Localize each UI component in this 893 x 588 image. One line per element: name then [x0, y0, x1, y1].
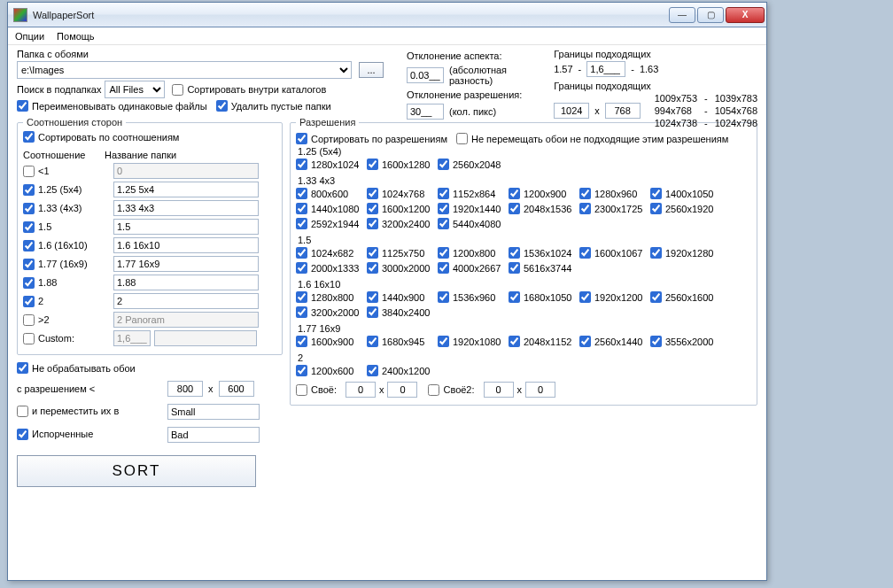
res-checkbox[interactable]: 1024x682 — [296, 247, 361, 259]
bounds-w-input[interactable] — [554, 103, 589, 119]
res-checkbox[interactable]: 2592x1944 — [296, 218, 361, 229]
sort-inside-checkbox[interactable]: Сортировать внутри каталогов — [172, 84, 326, 96]
res-checkbox[interactable]: 1200x800 — [438, 247, 503, 259]
ratio-checkbox-9[interactable]: Custom: — [23, 333, 105, 344]
res-checkbox[interactable]: 2560x2048 — [438, 159, 503, 170]
ratio-name-input-7[interactable] — [113, 293, 259, 309]
res-checkbox[interactable]: 1536x1024 — [509, 247, 574, 259]
small-h-input[interactable] — [219, 381, 254, 397]
res-checkbox[interactable]: 2400x1200 — [367, 365, 432, 376]
res-checkbox[interactable]: 3200x2000 — [296, 306, 361, 318]
ratio-checkbox-7[interactable]: 2 — [23, 296, 105, 307]
res-checkbox[interactable]: 1680x1050 — [509, 291, 574, 303]
ratio-name-input-1[interactable] — [113, 182, 259, 197]
ratio-checkbox-5[interactable]: 1.77 (16x9) — [23, 259, 105, 270]
res-checkbox[interactable]: 1920x1200 — [579, 291, 645, 303]
menu-help[interactable]: Помощь — [57, 31, 95, 42]
res-checkbox[interactable]: 1152x864 — [438, 188, 503, 199]
res-checkbox[interactable]: 1600x1067 — [579, 247, 645, 259]
ratio-name-input-5[interactable] — [113, 256, 259, 272]
res-checkbox[interactable]: 1280x960 — [579, 188, 645, 199]
ratios-fieldset: Соотношения сторон Сортировать по соотно… — [17, 117, 283, 355]
folder-combo[interactable]: e:\Images — [17, 61, 352, 79]
ratio-checkbox-4[interactable]: 1.6 (16x10) — [23, 240, 105, 251]
ratio-checkbox-0[interactable]: <1 — [23, 166, 105, 177]
noproc-checkbox[interactable]: Не обрабатывать обои — [17, 362, 136, 374]
ratio-name-input-8[interactable] — [113, 312, 259, 328]
res-checkbox[interactable]: 3556x2000 — [650, 336, 716, 347]
no-move-unfit-checkbox[interactable]: Не перемещать обои не подходящие этим ра… — [456, 133, 728, 144]
res-checkbox[interactable]: 1024x768 — [367, 188, 432, 199]
ratio-checkbox-2[interactable]: 1.33 (4x3) — [23, 203, 105, 214]
res-checkbox[interactable]: 4000x2667 — [438, 262, 503, 274]
res-checkbox[interactable]: 1280x800 — [296, 291, 361, 303]
ratio-name-input-2[interactable] — [113, 200, 259, 216]
res-checkbox[interactable]: 1600x1200 — [367, 203, 432, 214]
res-dev-input[interactable] — [407, 104, 444, 120]
res-checkbox[interactable]: 5440x4080 — [438, 218, 503, 229]
bounds-h-input[interactable] — [605, 103, 641, 119]
broken-dir-input[interactable] — [167, 427, 260, 443]
res-checkbox[interactable]: 1440x1080 — [296, 203, 361, 214]
res-checkbox[interactable]: 3200x2400 — [367, 218, 432, 229]
res-checkbox[interactable]: 1440x900 — [367, 291, 432, 303]
res-checkbox[interactable]: 1125x750 — [367, 247, 432, 259]
sort-button[interactable]: SORT — [17, 455, 256, 487]
bounds-b-input[interactable] — [586, 61, 625, 77]
res-checkbox[interactable]: 3840x2400 — [367, 306, 432, 318]
ratio-custom-extra[interactable] — [154, 330, 257, 346]
custom-res1-w[interactable] — [346, 382, 376, 398]
aspect-dev-note: (абсолютная разность) — [449, 65, 532, 86]
res-checkbox[interactable]: 2560x1440 — [579, 336, 645, 347]
ratio-name-input-3[interactable] — [113, 219, 259, 235]
sort-by-res-checkbox[interactable]: Сортировать по разрешениям — [296, 133, 447, 144]
custom-res1-h[interactable] — [387, 382, 417, 398]
res-checkbox[interactable]: 2000x1333 — [296, 262, 361, 274]
res-checkbox[interactable]: 800x600 — [296, 188, 361, 199]
ratio-name-input-4[interactable] — [113, 237, 259, 253]
res-checkbox[interactable]: 2048x1536 — [509, 203, 574, 214]
res-checkbox[interactable]: 1200x900 — [509, 188, 574, 199]
sort-by-ratio-checkbox[interactable]: Сортировать по соотношениям — [23, 131, 179, 143]
minimize-button[interactable]: — — [669, 7, 695, 23]
aspect-dev-input[interactable] — [407, 67, 444, 83]
custom-res2-checkbox[interactable]: Своё2: — [428, 384, 474, 396]
ratio-checkbox-1[interactable]: 1.25 (5x4) — [23, 184, 105, 196]
res-checkbox[interactable]: 1536x960 — [438, 291, 503, 303]
custom-res1-checkbox[interactable]: Своё: — [296, 384, 337, 396]
res-checkbox[interactable]: 2560x1600 — [650, 291, 716, 303]
res-checkbox[interactable]: 1920x1080 — [438, 336, 503, 347]
menu-options[interactable]: Опции — [15, 31, 44, 42]
delete-empty-checkbox[interactable]: Удалить пустые папки — [216, 100, 331, 112]
res-checkbox[interactable]: 3000x2000 — [367, 262, 432, 274]
move-small-checkbox[interactable]: и переместить их в — [17, 406, 119, 417]
small-dir-input[interactable] — [167, 404, 260, 420]
res-checkbox[interactable]: 2300x1725 — [579, 203, 645, 214]
ratio-checkbox-8[interactable]: >2 — [23, 314, 105, 326]
small-w-input[interactable] — [167, 381, 203, 397]
ratio-checkbox-3[interactable]: 1.5 — [23, 221, 105, 233]
res-checkbox[interactable]: 1600x900 — [296, 336, 361, 347]
broken-checkbox[interactable]: Испорченные — [17, 429, 93, 440]
res-checkbox[interactable]: 2560x1920 — [650, 203, 716, 214]
browse-button[interactable]: ... — [359, 62, 384, 78]
custom-res2-w[interactable] — [484, 382, 514, 398]
res-checkbox[interactable]: 1200x600 — [296, 365, 361, 376]
ratio-name-input-0[interactable] — [113, 163, 259, 179]
res-checkbox[interactable]: 1920x1440 — [438, 203, 503, 214]
ratio-name-input-9[interactable] — [113, 330, 151, 346]
rename-dup-checkbox[interactable]: Переименовывать одинаковые файлы — [17, 100, 207, 112]
res-checkbox[interactable]: 1280x1024 — [296, 159, 361, 170]
filetype-combo[interactable]: All Files — [105, 81, 165, 98]
custom-res2-h[interactable] — [525, 382, 555, 398]
ratio-name-input-6[interactable] — [113, 275, 259, 290]
res-checkbox[interactable]: 2048x1152 — [509, 336, 574, 347]
ratio-checkbox-6[interactable]: 1.88 — [23, 277, 105, 289]
res-checkbox[interactable]: 1920x1280 — [650, 247, 716, 259]
res-checkbox[interactable]: 5616x3744 — [509, 262, 574, 274]
maximize-button[interactable]: ▢ — [697, 7, 724, 23]
res-checkbox[interactable]: 1600x1280 — [367, 159, 432, 170]
res-checkbox[interactable]: 1400x1050 — [650, 188, 716, 199]
res-checkbox[interactable]: 1680x945 — [367, 336, 432, 347]
close-button[interactable]: X — [726, 7, 765, 23]
